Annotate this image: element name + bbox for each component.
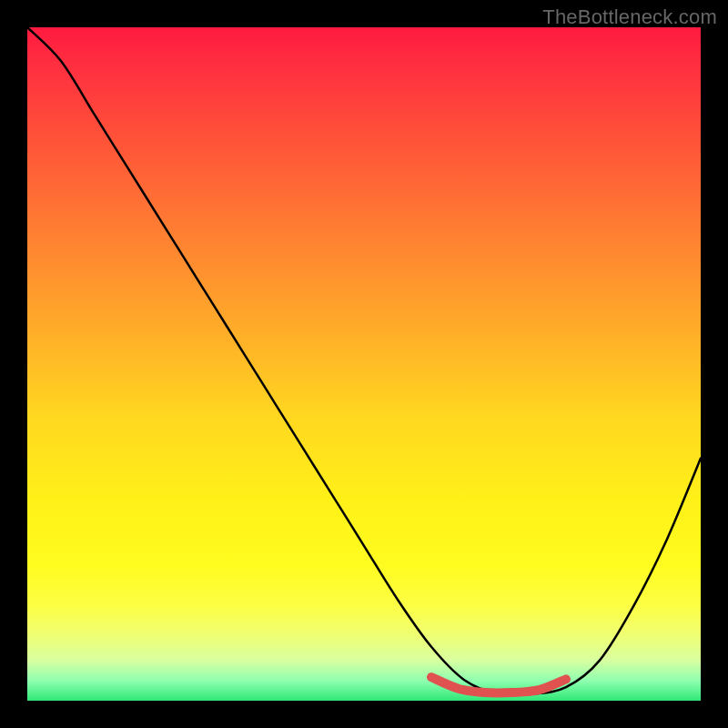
chart-plot-area [27, 27, 701, 701]
optimal-range-highlight [431, 677, 566, 693]
chart-svg [27, 27, 701, 701]
watermark-text: TheBottleneck.com [542, 5, 717, 29]
bottleneck-curve [27, 27, 701, 695]
